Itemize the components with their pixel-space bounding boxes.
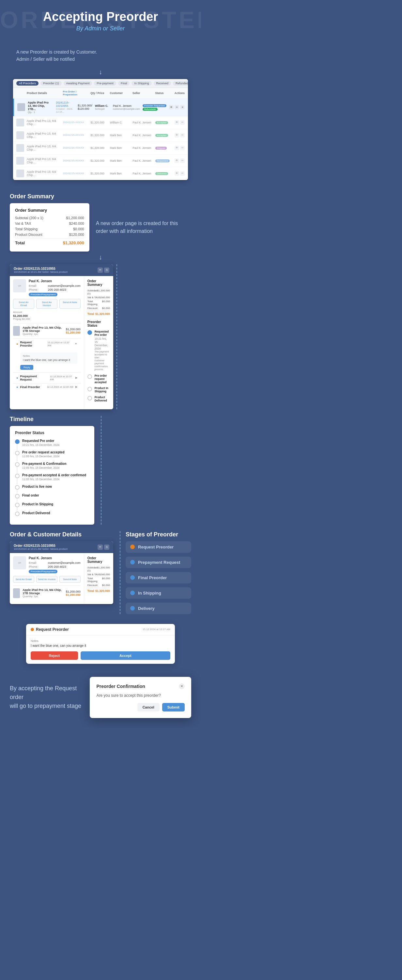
rm-notes-val: I want the blue one, can you arrange it — [31, 644, 170, 648]
od2-note-btn[interactable]: Send A Note — [59, 576, 81, 583]
submit-button[interactable]: Submit — [162, 703, 185, 711]
od-order-id: Order #20241215-10210955 — [14, 267, 68, 270]
tab-refunded[interactable]: Refunded — [173, 81, 188, 86]
summary-section: Order Summary Order Summary Subtotal (20… — [0, 186, 201, 264]
od2-right: Order Summary Subtotal (1) $1,200.000 Va… — [84, 553, 113, 604]
tab-awaiting[interactable]: Awaiting Payment — [63, 81, 92, 86]
od-body: QR Paul K. Jensen Email: customer@exampl… — [10, 276, 113, 409]
reply-btn[interactable]: Reply — [20, 365, 33, 370]
action-edit[interactable]: ✏ — [180, 120, 185, 125]
prepayment-section[interactable]: ● Prepayment Request 12.12.2024 at 12:37… — [13, 372, 81, 383]
stages-list: Request Preorder Prepayment Request Fina… — [126, 541, 191, 614]
action-edit[interactable]: ✏ — [174, 105, 179, 110]
tab-final[interactable]: Final — [118, 81, 130, 86]
hero-subtitle: By Admin or Seller — [6, 25, 195, 32]
od-left-panel: QR Paul K. Jensen Email: customer@exampl… — [10, 276, 84, 409]
table-row[interactable]: Apple iPad Pro 13, M4 Chip... 20241215-X… — [13, 142, 188, 154]
order-summary-card: Order Summary Subtotal (200 x 1) $1,200.… — [10, 203, 89, 251]
timeline-card-title: Preorder Status — [15, 431, 89, 435]
details-stages-section: Order & Customer Details Order #20241215… — [0, 531, 201, 620]
reject-button[interactable]: Reject — [31, 651, 78, 660]
request-preorder-notes: Notes I want the blue one, can you arran… — [20, 353, 78, 364]
tl-dot — [15, 494, 20, 498]
od2-email-btn[interactable]: Send An Email — [13, 576, 34, 583]
tab-prepayment[interactable]: Pre-payment — [94, 81, 116, 86]
hero-section: ORDER SYSTEM Accepting Preorder By Admin… — [0, 0, 201, 38]
action-view[interactable]: 👁 — [174, 158, 179, 163]
od2-invoice-btn[interactable]: Send An Invoice — [36, 576, 57, 583]
table-row[interactable]: Apple iPad Pro 13, M4 Chip... 20241215-X… — [13, 129, 188, 142]
preorders-table: All Preorders Preorder (1) Awaiting Paym… — [13, 79, 188, 180]
action-edit[interactable]: ✏ — [180, 158, 185, 163]
bottom-text: By accepting the Request order will go t… — [10, 684, 83, 711]
final-preorder-section[interactable]: ● Final Preorder 12.12.2024 at 12:40 AM … — [13, 383, 81, 391]
stage-final: Final Preorder — [126, 572, 191, 584]
order-summary-label: Order Summary — [10, 193, 191, 200]
od2-meta: 10/15/2024 at 10:21 AM Seller: fabsea pr… — [14, 547, 68, 550]
od2-status: Preorder/Prepayment — [29, 570, 57, 573]
action-view[interactable]: 👁 — [174, 171, 179, 176]
cancel-button[interactable]: Cancel — [138, 703, 160, 711]
od-meta: 10/15/2024 at 10:21 AM Seller: fabsea pr… — [14, 270, 68, 274]
od2-total: Total $1,320.000 — [87, 588, 110, 593]
timeline-section: Timeline Preorder Status Requested Pre o… — [0, 416, 201, 531]
od2-product: Apple iPad Pro 13, M4 Chip, 1TB Storage … — [13, 585, 81, 601]
od-prepay: Prepay $0.000 — [13, 318, 81, 320]
send-email-btn[interactable]: Send An Email — [13, 299, 34, 309]
tab-received[interactable]: Received — [154, 81, 171, 86]
od-status: Preorder/Prepayment — [29, 293, 57, 296]
rm-dot — [31, 628, 34, 631]
action-view[interactable]: 👁 — [174, 120, 179, 125]
tl-dot — [15, 512, 20, 516]
stage-request: Request Preorder — [126, 541, 191, 553]
tab-all-preorders[interactable]: All Preorders — [16, 81, 38, 86]
od-print-btn[interactable]: ⎙ — [104, 267, 109, 273]
tab-preorder[interactable]: Preorder (1) — [40, 81, 62, 86]
action-view[interactable]: 👁 — [174, 133, 179, 137]
send-note-btn[interactable]: Send A Note — [59, 299, 81, 309]
table-row[interactable]: Apple iPad Pro 13, M4 Chip... 20241215-X… — [13, 116, 188, 129]
rm-actions: Reject Accept — [31, 651, 170, 660]
send-invoice-btn[interactable]: Send An Invoice — [36, 299, 57, 309]
od2-left: QR Paul K. Jensen Email: customer@exampl… — [10, 553, 84, 604]
tl-item-1: Pre order request accepted 11:05 hrs, 15… — [15, 450, 89, 458]
summary-row-discount: Product Discount $120.000 — [15, 232, 84, 237]
tl-dot — [15, 503, 20, 508]
action-delete[interactable]: ✕ — [180, 105, 185, 110]
table-row[interactable]: Apple iPad Pro 13, M4 Chip... 20241215-X… — [13, 154, 188, 167]
action-edit[interactable]: ✏ — [180, 133, 185, 137]
od2-edit-btn[interactable]: ✏ — [98, 544, 103, 550]
timeline-label: Timeline — [10, 416, 94, 423]
tl-item-5: Final order — [15, 493, 89, 498]
action-view[interactable]: 👁 — [169, 105, 174, 110]
tab-shipping[interactable]: In Shipping — [131, 81, 151, 86]
action-view[interactable]: 👁 — [174, 146, 179, 150]
action-edit[interactable]: ✏ — [180, 171, 185, 176]
tl-dot — [87, 387, 92, 391]
action-edit[interactable]: ✏ — [180, 146, 185, 150]
cm-close-button[interactable]: ✕ — [179, 683, 185, 689]
product-thumbnail — [16, 131, 24, 139]
stage-dot-blue-4 — [130, 606, 135, 611]
od2-order-id: Order #20241215-10210955 — [14, 544, 68, 547]
rm-header: Request Preorder 15.12.2024 at 12:27 AM — [26, 624, 175, 635]
table-row[interactable]: Apple iPad Pro 13, M4 Chip, 1TB... Qty :… — [13, 99, 188, 116]
od2-print-btn[interactable]: ⎙ — [104, 544, 109, 550]
request-preorder-section[interactable]: ● Request Preorder 15.12.2024 at 12:27 A… — [13, 339, 81, 349]
request-preorder-modal: Request Preorder 15.12.2024 at 12:27 AM … — [26, 624, 175, 664]
table-row[interactable]: Apple iPad Pro 13, M4 Chip... 20241215-X… — [13, 167, 188, 180]
cm-title: Preorder Confirmation — [96, 684, 145, 689]
tl-dot — [15, 462, 20, 467]
accept-button[interactable]: Accept — [81, 651, 170, 660]
order-detail-card-2: Order #20241215-10210955 10/15/2024 at 1… — [10, 541, 113, 604]
od-edit-btn[interactable]: ✏ — [98, 267, 103, 273]
product-qty: Qty : 1 — [28, 111, 53, 114]
table-tabs: All Preorders Preorder (1) Awaiting Paym… — [13, 79, 188, 88]
od2-body: QR Paul K. Jensen Email: customer@exampl… — [10, 553, 113, 604]
hero-title: Accepting Preorder — [6, 10, 195, 24]
stage-shipping: In Shipping — [126, 587, 191, 599]
od-email: customer@example.com — [48, 284, 81, 288]
order-info-text: A new order page is created for this ord… — [96, 220, 191, 235]
tl-item-7: Product Delivered — [15, 511, 89, 516]
stage-dot-orange — [130, 544, 135, 549]
